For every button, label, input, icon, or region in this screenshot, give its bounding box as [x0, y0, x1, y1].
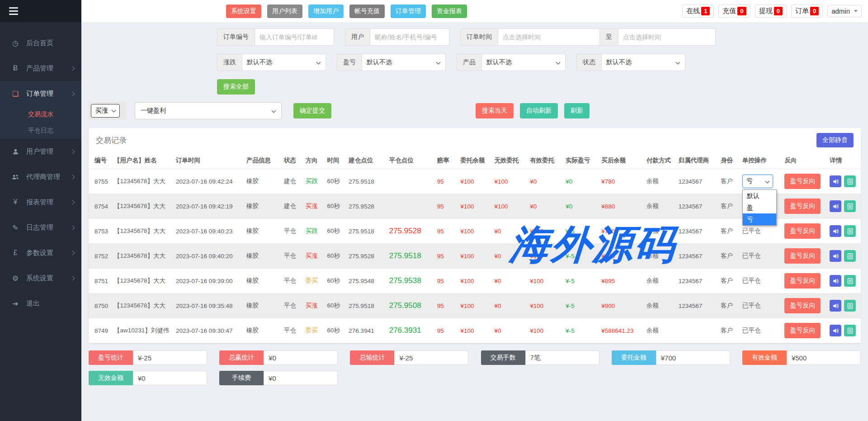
- sound-icon[interactable]: [830, 325, 841, 336]
- cell-identity: 客户: [719, 293, 741, 318]
- sound-icon[interactable]: [830, 275, 841, 287]
- cell-order-id: 8755: [89, 169, 112, 194]
- stat-label: 交易手数: [481, 350, 525, 365]
- cell-odds: 95: [435, 293, 459, 318]
- filter-select-group: 产品默认不选: [457, 54, 566, 71]
- detail-list-icon[interactable]: [844, 300, 856, 312]
- detail-list-icon[interactable]: [844, 250, 856, 262]
- filter-select[interactable]: 默认不选: [362, 54, 446, 71]
- pl-reverse-button[interactable]: 盈亏反向: [784, 323, 821, 338]
- hamburger-menu-icon[interactable]: [9, 7, 18, 15]
- dropdown-option[interactable]: 亏: [743, 213, 776, 225]
- dashboard-icon: ◷: [11, 39, 20, 47]
- column-header: 买后余额: [599, 152, 645, 169]
- single-control-select[interactable]: 亏: [742, 175, 773, 188]
- detail-list-icon[interactable]: [844, 225, 856, 237]
- bulk-action-select[interactable]: 一键盈利: [135, 102, 282, 119]
- filter-select-group: 状态默认不选: [576, 54, 685, 71]
- sound-icon[interactable]: [830, 250, 841, 262]
- admin-user-name: admin: [831, 7, 850, 15]
- sidebar-subitem[interactable]: 平仓日志: [0, 123, 81, 139]
- sidebar-item[interactable]: ❏订单管理: [0, 81, 81, 106]
- cell-open-point: 275.9518: [347, 219, 387, 244]
- quick-button[interactable]: 订单管理: [391, 5, 426, 18]
- cell-actual-pl: ¥-5: [564, 244, 599, 269]
- sidebar-section: £参数设置: [0, 240, 81, 265]
- pl-reverse-button[interactable]: 盈亏反向: [784, 199, 821, 214]
- sound-icon[interactable]: [830, 225, 841, 237]
- cell-close-point: 275.9528: [387, 219, 435, 244]
- sidebar-item[interactable]: 用户管理: [0, 139, 81, 164]
- sidebar-item[interactable]: ◷后台首页: [0, 30, 81, 56]
- time-start-input[interactable]: [498, 28, 600, 46]
- refresh-button[interactable]: 刷新: [564, 103, 590, 118]
- panel-header: 交易记录 全部静音: [89, 128, 861, 152]
- cell-detail: [828, 269, 861, 293]
- pl-reverse-button[interactable]: 盈亏反向: [784, 223, 821, 239]
- cell-actual-pl: ¥-5: [564, 293, 599, 318]
- cell-invalid-entrust: ¥0: [492, 244, 528, 269]
- status-chip[interactable]: 订单0: [791, 5, 823, 18]
- cell-close-point: 275.9538: [387, 269, 435, 293]
- pl-reverse-button[interactable]: 盈亏反向: [784, 174, 821, 189]
- sidebar-item[interactable]: £参数设置: [0, 240, 81, 265]
- sidebar-item[interactable]: ¥报表管理: [0, 189, 81, 215]
- sound-icon[interactable]: [830, 300, 841, 312]
- orders-icon: ❏: [11, 90, 20, 98]
- sidebar-subitem[interactable]: 交易流水: [0, 106, 81, 123]
- pl-reverse-button[interactable]: 盈亏反向: [784, 273, 821, 289]
- params-icon: £: [11, 249, 20, 257]
- pl-reverse-button[interactable]: 盈亏反向: [784, 248, 821, 264]
- filter-select[interactable]: 默认不选: [242, 54, 326, 71]
- time-end-input[interactable]: [618, 28, 716, 46]
- quick-button[interactable]: 帐号充值: [349, 5, 385, 18]
- cell-identity: 客户: [719, 269, 741, 293]
- search-all-button[interactable]: 搜索全部: [217, 79, 255, 95]
- chevron-right-icon: [71, 200, 75, 204]
- submit-button[interactable]: 确定提交: [293, 103, 331, 118]
- filter-select[interactable]: 默认不选: [602, 54, 685, 71]
- cell-odds: 95: [435, 318, 459, 343]
- cell-order-id: 8754: [89, 194, 112, 219]
- detail-list-icon[interactable]: [844, 200, 856, 212]
- pl-reverse-button[interactable]: 盈亏反向: [784, 298, 821, 313]
- dropdown-option[interactable]: 盈: [743, 202, 776, 213]
- mute-all-button[interactable]: 全部静音: [816, 133, 854, 147]
- column-header: 无效委托: [492, 152, 528, 169]
- detail-list-icon[interactable]: [844, 275, 856, 287]
- sidebar-section: ❏订单管理交易流水平仓日志: [0, 81, 81, 139]
- order-no-input[interactable]: [255, 28, 334, 46]
- filter-select-group: 涨跌默认不选: [217, 54, 326, 71]
- cell-valid-entrust: ¥100: [528, 318, 564, 343]
- table-row: 8755【12345678】大大2023-07-16 09:42:24橡胶建仓买…: [89, 169, 861, 194]
- cell-agent: 1234567: [677, 169, 719, 194]
- search-today-button[interactable]: 搜索当天: [476, 103, 514, 118]
- filter-select-label: 盈亏: [337, 54, 362, 71]
- agents-icon: [11, 174, 20, 180]
- filter-select[interactable]: 默认不选: [482, 54, 566, 71]
- status-chip-badge: 1: [701, 7, 710, 15]
- stat-box: 盈亏统计¥-25: [89, 350, 207, 365]
- sound-icon[interactable]: [830, 200, 841, 212]
- quick-button[interactable]: 增加用户: [308, 5, 344, 18]
- stat-label: 盈亏统计: [89, 350, 133, 365]
- detail-list-icon[interactable]: [844, 175, 856, 187]
- quick-button[interactable]: 用户列表: [267, 5, 302, 18]
- auto-refresh-button[interactable]: 自动刷新: [520, 103, 558, 118]
- sidebar-item[interactable]: Ƀ产品管理: [0, 56, 81, 81]
- status-chip[interactable]: 提现0: [755, 5, 787, 18]
- user-input[interactable]: [370, 28, 449, 46]
- quick-button[interactable]: 系统设置: [226, 5, 261, 18]
- sidebar-item[interactable]: 代理商管理: [0, 164, 81, 189]
- quick-button[interactable]: 资金报表: [432, 5, 467, 18]
- sidebar-item[interactable]: ➔退出: [0, 291, 81, 316]
- detail-list-icon[interactable]: [844, 325, 856, 336]
- sidebar-item[interactable]: ✎日志管理: [0, 215, 81, 240]
- dropdown-option[interactable]: 默认: [743, 190, 776, 202]
- status-chip[interactable]: 在线1: [682, 5, 714, 18]
- admin-user-menu[interactable]: admin: [827, 5, 862, 17]
- sound-icon[interactable]: [830, 175, 841, 187]
- sidebar-item[interactable]: ⚙系统设置: [0, 265, 81, 291]
- status-chip[interactable]: 充值0: [718, 5, 750, 18]
- direction-select[interactable]: 买涨: [91, 104, 120, 118]
